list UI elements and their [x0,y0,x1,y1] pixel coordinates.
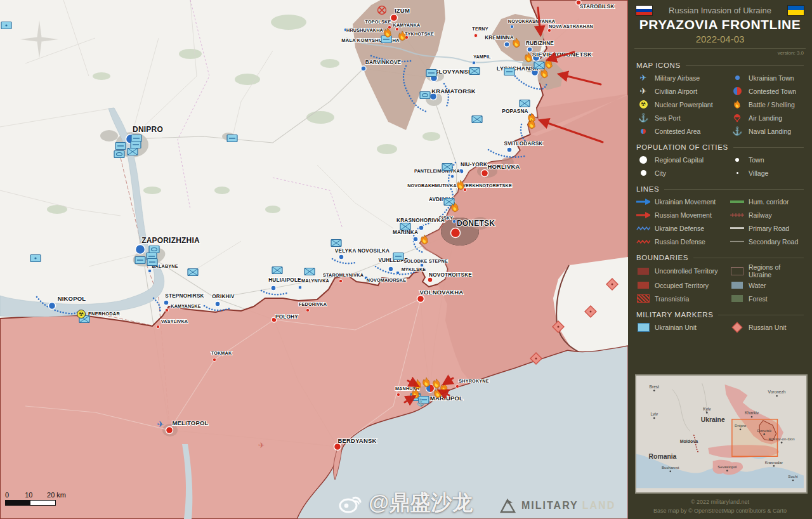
section-boundaries: BOUNDARIES [636,254,804,261]
town-label: VOLNOVAKHA [420,289,464,296]
town-label: SLOVYANSK [435,68,473,75]
map-date: 2022-04-03 [628,34,812,44]
legend-label: Hum. corridor [749,198,789,206]
svg-text:☢: ☢ [79,311,84,317]
inset-label: Voronezh [768,390,786,394]
town-label: VELYKA NOVOSILKA [335,248,390,254]
legend-label: Military Airbase [655,74,700,82]
legend-label: Russian Movement [655,211,712,219]
inset-label: Sochi [788,474,797,478]
inset-label: Krasnodar [765,460,783,464]
town-dot [507,147,512,152]
town-label: TOPOLSKE [365,19,391,25]
town-label: TYKHOTSKE [405,31,434,37]
legend-label: Transnistria [655,295,689,303]
legend-label: Village [749,169,768,177]
legend-panel: Russian Invasion of Ukraine PRYAZOVIA FR… [628,0,812,519]
town-label: LYSYCHANSK [497,65,539,72]
town-label: KRASNOHORIVKA [396,218,445,223]
town-label: TERNY [472,26,488,32]
town-dot [463,188,466,191]
inset-label: Rostov-on-Don [769,437,795,441]
town-dot [136,245,145,254]
ukrainian-unit-marker [149,246,159,253]
uncontrolled-territory-swatch [638,268,649,275]
town-label: NOVOTROITSKE [429,272,472,278]
legend-label: Contested Area [655,128,700,135]
inset-label: Lviv [650,412,658,416]
town-dot [481,170,488,177]
town-label: IZUM [395,7,410,14]
occupied-territory-swatch [638,282,649,289]
legend-label: Occupied Territory [655,282,709,289]
military-airbase-icon: ✈ [640,73,647,82]
russian-defense-icon [636,239,650,244]
civilian-airport-marker: ✈ [258,441,265,450]
town-dot [413,237,418,242]
town-dot [306,308,309,312]
naval-landing-icon: ⚓ [732,126,742,136]
military-airbase-marker: ✈ [157,419,164,429]
nuclear-powerplant-icon: ☢ [639,100,648,108]
town-label: SVITLODARSK [504,141,543,147]
contested-area-icon [641,129,646,134]
pryazovia-frontline-map-page: STAROBILSKIZUMTOPOLSKEKAMYANKAHRUSHUVAKH… [0,0,812,519]
legend-label: Russian Defense [655,238,705,246]
ukrainian-unit-icon [638,323,650,332]
version-label: version: 3.0 [628,49,812,56]
legend-label: Battle / Shelling [749,101,795,108]
legend-label: Water [749,282,766,289]
panel-footer: © 2022 militaryland.net Base map by © Op… [628,498,812,515]
town-icon [735,158,739,162]
town-dot [164,300,169,305]
town-label: STEPNE [429,258,448,264]
town-dot [450,174,454,178]
town-label: STAROMLYNIVKA [323,272,363,278]
legend-label: Nuclear Powerplant [655,101,713,108]
map-canvas: STAROBILSKIZUMTOPOLSKEKAMYANKAHRUSHUVAKH… [0,0,628,519]
town-label: HORLIVKA [487,163,520,170]
brand-text-land: LAND [582,500,615,511]
section-map-icons: MAP ICONS [636,62,804,69]
town-label: STAROBILSK [580,4,615,10]
town-dot [388,25,391,29]
town-dot [334,443,341,450]
scale-bar: 0 10 20 km [5,491,66,506]
sea-port-marker: ⚓ [416,398,425,407]
inset-label: Donetsk [757,428,772,433]
town-dot [156,325,159,328]
inset-label: Romania [649,453,677,460]
city-icon [641,170,646,176]
town-label: PANTELEIMONIVKA [414,168,460,174]
basemap-credit-text: Base map by © OpenStreetMap contributors… [628,507,812,516]
town-dot [49,303,56,310]
russian-unit-icon [732,322,743,332]
town-dot [339,254,344,260]
legend-label: Regions of Ukraine [749,263,804,279]
contested-town-icon [733,87,742,95]
legend-label: Ukrainian Town [749,74,794,82]
town-label: STEPNOHIRSK [165,293,204,299]
main-map: STAROBILSKIZUMTOPOLSKEKAMYANKAHRUSHUVAKH… [0,0,628,519]
town-label: ENERHODAR [88,311,121,317]
ukraine-flag-icon [788,6,804,15]
town-dot [504,42,509,47]
ukrainian-unit-marker [114,151,124,158]
scale-label-20km: 20 km [47,491,66,499]
town-dot [396,393,400,396]
town-label: HRUSHUVAKHA [346,27,383,33]
map-subtitle: Russian Invasion of Ukraine [669,6,771,15]
ukrainian-movement-icon [636,199,650,205]
town-label: FEDORIVKA [299,301,327,307]
map-title: PRYAZOVIA FRONTLINE [628,17,812,32]
ukrainian-town-icon [735,76,740,80]
town-label: NIU-YORK [461,162,487,168]
town-label: MYKILSKE [402,266,426,272]
town-label: POLOHY [275,314,298,320]
legend-label: Regional Capital [655,156,704,164]
section-military-markers: MILITARY MARKERS [636,311,804,319]
town-dot [547,29,551,32]
town-label: DONETSK [457,219,495,228]
town-dot [419,225,424,230]
legend-label: Uncontrolled Territory [655,267,718,275]
